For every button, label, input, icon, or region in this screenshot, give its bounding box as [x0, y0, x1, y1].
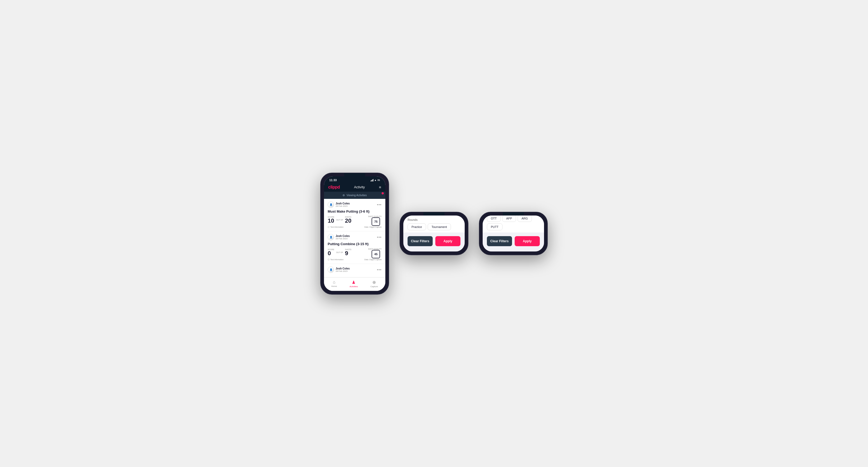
- capture-icon-1: ⊕: [372, 280, 376, 285]
- card-footer-2: ⓘ Test Information Data: Clippd Capture: [328, 258, 382, 261]
- modal-footer-2: Clear Filters Apply: [403, 232, 465, 246]
- nav-title-1: Activity: [354, 185, 365, 189]
- user-info-2: Josh Coles 28 Feb 2023: [336, 235, 350, 240]
- user-date-2: 28 Feb 2023: [336, 238, 350, 240]
- rounds-section-2: Rounds Practice Tournament: [408, 216, 460, 232]
- card-user-3: 👤 Josh Coles 28 Feb 2023: [328, 267, 350, 273]
- shot-quality-badge-1: 75: [372, 217, 380, 226]
- shot-quality-badge-2: 45: [372, 250, 380, 258]
- signal-icon-1: [371, 179, 373, 181]
- clear-filters-button-2[interactable]: Clear Filters: [408, 236, 433, 246]
- phone-1-screen: 11:33 ▲ 31 clippd Activity ≡ ⚙ Viewing A…: [324, 176, 385, 291]
- sq-label-1: Shot Quality: [368, 216, 382, 217]
- chip-putt-3[interactable]: PUTT: [487, 223, 502, 230]
- chip-tournament-2[interactable]: Tournament: [428, 223, 451, 230]
- phone-1: 11:33 ▲ 31 clippd Activity ≡ ⚙ Viewing A…: [320, 173, 389, 294]
- modal-body-3: Show Rounds Practice Drills Practice Dri…: [483, 216, 544, 232]
- home-icon-1: ⌂: [333, 280, 336, 284]
- nav-capture-1[interactable]: ⊕ Capture: [371, 280, 378, 288]
- battery-icon-1: 31: [377, 179, 380, 181]
- modal-footer-3: Clear Filters Apply: [483, 232, 544, 246]
- card-user-2: 👤 Josh Coles 28 Feb 2023: [328, 234, 350, 240]
- filter-modal-2: Filter ✕ Show Rounds Practice Drills Ro: [403, 216, 465, 251]
- avatar-1: 👤: [328, 201, 334, 208]
- wifi-icon-1: ▲: [374, 179, 377, 181]
- user-name-1: Josh Coles: [336, 202, 350, 205]
- rounds-chips-2: Practice Tournament: [408, 223, 460, 230]
- activity-card-3: 👤 Josh Coles 28 Feb 2023 •••: [324, 264, 385, 277]
- notification-dot-1: [382, 192, 384, 194]
- capture-label-1: Capture: [371, 285, 378, 288]
- phone-3-screen: 11:33 ▲ 31 clippd Activity ≡ ⚙ Viewing A…: [483, 216, 544, 251]
- user-info-3: Josh Coles 28 Feb 2023: [336, 267, 350, 272]
- menu-icon-1[interactable]: ≡: [379, 185, 381, 189]
- user-name-3: Josh Coles: [336, 267, 350, 270]
- user-info-1: Josh Coles 28 Feb 2023: [336, 202, 350, 207]
- app-header-1: clippd Activity ≡: [324, 183, 385, 192]
- modal-body-2: Show Rounds Practice Drills Rounds Pract…: [403, 216, 465, 232]
- chip-ott-3[interactable]: OTT: [487, 216, 501, 222]
- avatar-3: 👤: [328, 267, 334, 273]
- logo-1: clippd: [328, 185, 340, 190]
- card-user-1: 👤 Josh Coles 28 Feb 2023: [328, 201, 350, 208]
- info-icon-1: ⓘ: [328, 226, 330, 228]
- drills-chips-3: OTT APP ARG PUTT: [487, 216, 540, 230]
- stats-row-1: Score 10 OUT OF Shots 20: [328, 216, 351, 224]
- more-dots-2[interactable]: •••: [377, 235, 382, 239]
- user-date-3: 28 Feb 2023: [336, 270, 350, 272]
- phone-2-screen: 11:33 ▲ 31 clippd Activity ≡ ⚙ Viewing A…: [403, 216, 465, 251]
- footer-left-1: Test Information: [330, 226, 344, 228]
- viewing-bar-1[interactable]: ⚙ Viewing Activities: [324, 192, 385, 199]
- card-header-3: 👤 Josh Coles 28 Feb 2023 •••: [328, 267, 382, 273]
- score-value-1: 10: [328, 218, 334, 224]
- nav-activities-1[interactable]: ♟ Activities: [350, 280, 358, 288]
- practice-drills-section-3: Practice Drills OTT APP ARG PUTT: [487, 216, 540, 232]
- footer-right-2: Data: Clippd Capture: [365, 259, 382, 260]
- footer-right-1: Data: Clippd Capture: [365, 226, 382, 228]
- nav-home-1[interactable]: ⌂ Home: [331, 280, 337, 288]
- apply-button-3[interactable]: Apply: [515, 236, 540, 246]
- activity-title-1: Must Make Putting (3-6 ft): [328, 210, 382, 213]
- home-label-1: Home: [331, 285, 337, 287]
- stats-row-2: Score 0 OUT OF Shots 9: [328, 249, 351, 256]
- clear-filters-button-3[interactable]: Clear Filters: [487, 236, 512, 246]
- footer-left-2: Test Information: [330, 259, 344, 260]
- apply-button-2[interactable]: Apply: [435, 236, 460, 246]
- viewing-label-1: Viewing Activities: [346, 194, 367, 197]
- activities-icon-1: ♟: [352, 280, 355, 285]
- card-header-1: 👤 Josh Coles 28 Feb 2023 •••: [328, 201, 382, 208]
- chip-arg-3[interactable]: ARG: [518, 216, 532, 222]
- sq-label-2: Shot Quality: [368, 248, 382, 250]
- activities-label-1: Activities: [350, 285, 358, 288]
- chip-practice-2[interactable]: Practice: [408, 223, 426, 230]
- info-icon-2: ⓘ: [328, 258, 330, 261]
- user-name-2: Josh Coles: [336, 235, 350, 238]
- score-value-2: 0: [328, 250, 334, 256]
- activity-title-2: Putting Combine (3-15 ft): [328, 242, 382, 246]
- modal-overlay-2: Filter ✕ Show Rounds Practice Drills Ro: [403, 216, 465, 251]
- rounds-label-2: Rounds: [408, 218, 460, 221]
- user-date-1: 28 Feb 2023: [336, 205, 350, 207]
- out-of-2: OUT OF: [336, 251, 343, 253]
- notch-1: [344, 173, 365, 179]
- filter-icon-1: ⚙: [342, 194, 345, 197]
- time-1: 11:33: [329, 179, 337, 182]
- more-dots-3[interactable]: •••: [377, 268, 382, 272]
- phone-2: 11:33 ▲ 31 clippd Activity ≡ ⚙ Viewing A…: [400, 212, 468, 255]
- card-header-2: 👤 Josh Coles 28 Feb 2023 •••: [328, 234, 382, 240]
- bottom-nav-1: ⌂ Home ♟ Activities ⊕ Capture: [324, 277, 385, 291]
- shots-value-1: 20: [345, 218, 351, 224]
- activity-card-2: 👤 Josh Coles 28 Feb 2023 ••• Putting Com…: [324, 231, 385, 264]
- card-footer-1: ⓘ Test Information Data: Clippd Capture: [328, 226, 382, 228]
- chip-app-3[interactable]: APP: [502, 216, 516, 222]
- more-dots-1[interactable]: •••: [377, 203, 382, 207]
- modal-overlay-3: Filter ✕ Show Rounds Practice Drills Pr: [483, 216, 544, 251]
- status-icons-1: ▲ 31: [371, 179, 380, 181]
- out-of-1: OUT OF: [336, 219, 343, 221]
- filter-modal-3: Filter ✕ Show Rounds Practice Drills Pr: [483, 216, 544, 251]
- activity-card-1: 👤 Josh Coles 28 Feb 2023 ••• Must Make P…: [324, 199, 385, 231]
- avatar-2: 👤: [328, 234, 334, 240]
- phone-3: 11:33 ▲ 31 clippd Activity ≡ ⚙ Viewing A…: [479, 212, 548, 255]
- shots-value-2: 9: [345, 250, 351, 256]
